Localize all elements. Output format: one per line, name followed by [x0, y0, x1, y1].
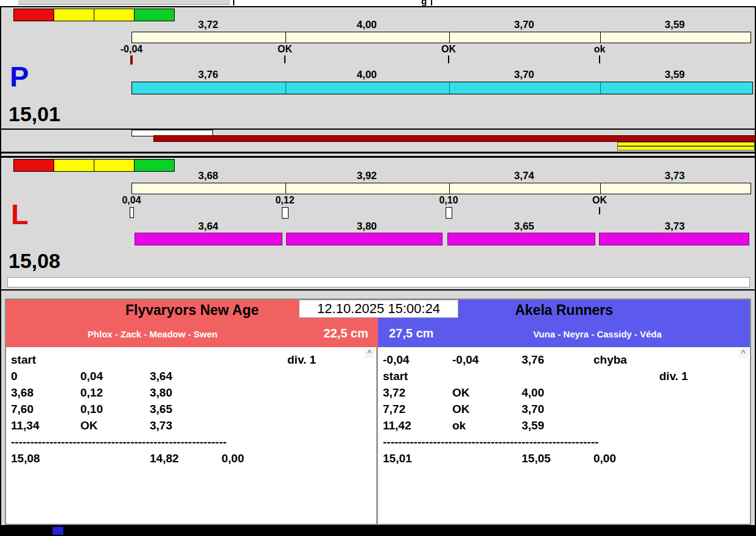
- split-label: 4,00: [285, 19, 449, 31]
- split-label: 3,70: [449, 69, 600, 81]
- cell: 0,12: [80, 385, 150, 401]
- run-segment: [135, 233, 282, 245]
- status-light-yellow-1: [54, 159, 94, 172]
- split-label: 3,59: [600, 69, 750, 81]
- cell: 3,80: [150, 385, 222, 401]
- lane-p-upper-split-labels: 3,72 4,00 3,70 3,59: [131, 19, 750, 30]
- tick-mark: [284, 55, 285, 63]
- cell: 7,72: [383, 401, 452, 417]
- table-row: startdiv. 1: [383, 368, 750, 385]
- progress-bar-yellow-1: [617, 142, 755, 146]
- scroll-up-icon[interactable]: ^: [365, 348, 374, 358]
- cell: 3,65: [150, 401, 222, 417]
- run-segment: [447, 233, 595, 245]
- scroll-up-icon[interactable]: ^: [738, 348, 748, 358]
- split-label: 3,68: [131, 170, 285, 182]
- table-row: startdiv. 1: [11, 352, 376, 368]
- cell: 15,05: [522, 451, 593, 467]
- status-light-red: [13, 9, 54, 21]
- table-row: 3,72OK4,00: [383, 385, 750, 401]
- status-light-yellow-2: [94, 159, 135, 172]
- dashes: ----------------------------------------…: [383, 434, 452, 450]
- tick-mark: [599, 207, 600, 214]
- scoreboard-panel: Flyvaryors New Age Phlox - Zack - Meadow…: [5, 298, 751, 525]
- right-team-jump-height: 27,5 cm: [389, 326, 433, 340]
- tick-mark: [448, 55, 449, 63]
- bar-divider: [285, 32, 286, 43]
- cell: 0,00: [222, 451, 287, 467]
- crossing-status: ok: [569, 44, 630, 55]
- split-label: 3,72: [131, 19, 285, 31]
- lane-p-lower-split-labels: 3,76 4,00 3,70 3,59: [131, 69, 750, 80]
- cell: 3,73: [150, 418, 222, 434]
- lane-l-tick-marks: [131, 207, 750, 218]
- table-row: 7,72OK3,70: [383, 401, 750, 418]
- right-team-results-table[interactable]: -0,04-0,043,76chyba startdiv. 1 3,72OK4,…: [378, 347, 750, 524]
- cell: OK: [452, 385, 522, 401]
- race-window: 3,72 4,00 3,70 3,59 -0,04 OK OK ok: [0, 6, 756, 525]
- cell: 3,70: [522, 401, 593, 417]
- lane-l-section: 3,68 3,92 3,74 3,73 0,04 0,12 0,10 OK: [1, 156, 755, 291]
- split-label: 3,65: [449, 220, 600, 233]
- bar-divider: [449, 183, 450, 194]
- bar-divider: [285, 183, 286, 194]
- run-segment: [286, 233, 443, 245]
- cell: 0: [11, 368, 80, 384]
- start-fault-tick: [130, 55, 133, 65]
- bar-divider: [600, 183, 601, 194]
- table-divider-row: ----------------------------------------…: [383, 434, 750, 451]
- left-team-results-table[interactable]: startdiv. 1 00,043,64 3,680,123,80 7,600…: [6, 347, 378, 524]
- cell: -0,04: [452, 352, 522, 368]
- clipped-toolbar-strip: g: [0, 0, 756, 6]
- crossing-status: 0,10: [418, 195, 479, 206]
- split-label: 3,70: [449, 19, 600, 31]
- cell: 0,00: [593, 451, 659, 467]
- bar-divider: [600, 32, 601, 43]
- tick-mark-hollow: [446, 207, 452, 219]
- left-team-members: Phlox - Zack - Meadow - Swen: [6, 329, 299, 339]
- cell: 15,01: [383, 451, 452, 467]
- separator-line: [1, 129, 755, 130]
- lane-p-crossing-markers: -0,04 OK OK ok: [131, 44, 750, 55]
- split-label: 3,73: [600, 220, 750, 233]
- flyball-timing-screen: g 3,72 4,00 3,70 3,59 -0,04: [0, 0, 756, 536]
- cell: 7,60: [11, 401, 80, 417]
- table-row: 00,043,64: [11, 368, 376, 385]
- toolbar-fragment-tick: [233, 0, 234, 5]
- toolbar-fragment-text: g: [421, 0, 427, 6]
- lane-p-run-bar: [131, 82, 753, 94]
- cell: 3,59: [522, 418, 593, 434]
- cell: div. 1: [287, 352, 316, 368]
- lane-p-section: 3,72 4,00 3,70 3,59 -0,04 OK OK ok: [1, 7, 755, 153]
- cell: 14,82: [150, 451, 222, 467]
- cell: div. 1: [659, 368, 688, 384]
- left-team-jump-height: 22,5 cm: [324, 326, 368, 340]
- split-label: 3,92: [285, 170, 449, 182]
- lane-l-run-bar: [131, 233, 751, 245]
- lane-l-measure-bar: [131, 183, 751, 194]
- bar-divider: [449, 82, 450, 94]
- split-label: 3,59: [600, 19, 750, 31]
- table-total-row: 15,0115,050,00: [383, 451, 750, 467]
- table-row: 11,34OK3,73: [11, 418, 376, 434]
- split-label: 3,73: [600, 170, 750, 182]
- table-total-row: 15,0814,820,00: [11, 451, 376, 467]
- cell: 3,64: [150, 368, 222, 384]
- table-row: 11,42ok3,59: [383, 418, 750, 434]
- right-team-members: Vuna - Neyra - Cassidy - Véda: [445, 329, 750, 339]
- lane-p-letter: P: [10, 62, 29, 91]
- cell: 11,42: [383, 418, 452, 434]
- race-timestamp: 12.10.2025 15:00:24: [299, 300, 458, 318]
- cell: 15,08: [11, 451, 80, 467]
- cell: 3,72: [383, 385, 452, 401]
- tick-mark-hollow: [282, 207, 289, 219]
- crossing-status: OK: [569, 195, 630, 206]
- cell: OK: [452, 401, 522, 417]
- status-light-yellow-1: [54, 9, 94, 21]
- lane-p-total-time: 15,01: [9, 102, 60, 126]
- split-label: 3,64: [131, 220, 285, 233]
- toolbar-fragment-tick: [431, 0, 432, 5]
- cell: 3,76: [522, 352, 593, 368]
- crossing-status: 0,04: [101, 195, 162, 206]
- lane-l-upper-split-labels: 3,68 3,92 3,74 3,73: [131, 170, 750, 181]
